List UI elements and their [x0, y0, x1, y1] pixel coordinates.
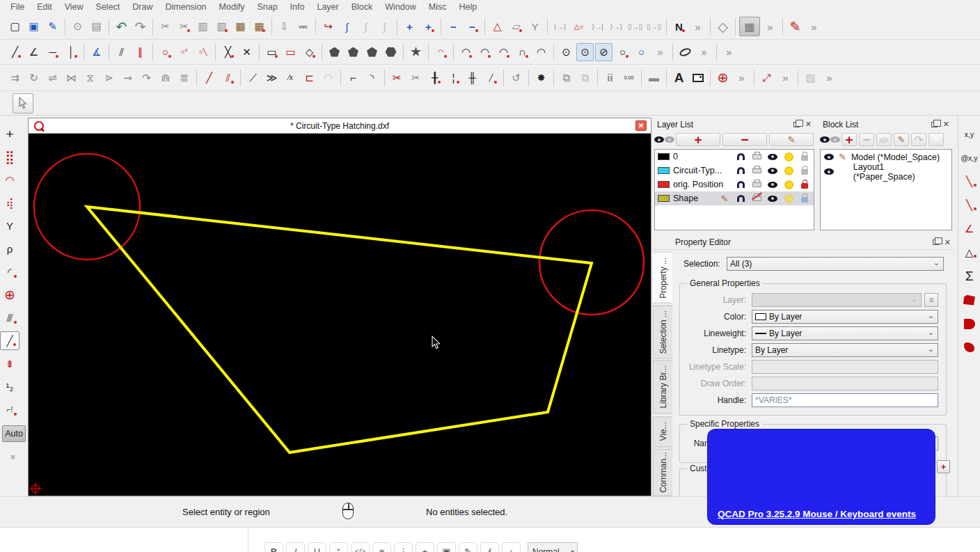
print-icon[interactable]: ▤: [88, 17, 105, 36]
circle-2-points-diameter-icon[interactable]: ⊘: [595, 43, 612, 61]
trim-icon[interactable]: ╱: [200, 69, 218, 87]
remove-block-button[interactable]: −: [859, 133, 874, 146]
mirror-icon[interactable]: ⋈: [63, 69, 80, 87]
reverse-icon[interactable]: ↺: [507, 69, 525, 87]
menu-select[interactable]: Select: [90, 1, 127, 13]
isometric-projection-icon[interactable]: ◇: [714, 17, 732, 36]
redo-icon[interactable]: ↷: [132, 17, 149, 36]
line-angle-icon[interactable]: ∠: [25, 43, 42, 61]
tab-view[interactable]: Vie...: [653, 416, 672, 447]
paragraph-style-select[interactable]: Normal: [528, 542, 578, 552]
arc-tangent-icon[interactable]: ◠: [432, 43, 450, 61]
color-combo[interactable]: By Layer: [752, 310, 938, 324]
layer-frozen-icon[interactable]: [786, 182, 792, 188]
handle-field[interactable]: *VARIES*: [752, 393, 938, 407]
circle-center-point-icon[interactable]: ⊙: [558, 43, 575, 61]
point-icon[interactable]: ⊕: [714, 69, 732, 87]
tab-selection-filter[interactable]: Selection ...: [653, 306, 672, 359]
circle-2-points-icon[interactable]: ⊙: [576, 43, 594, 61]
snap-entity-points-icon[interactable]: ⢾: [0, 194, 19, 212]
line-tangent-point-icon[interactable]: ○: [157, 43, 174, 61]
rename-block-button[interactable]: a|b: [876, 133, 892, 146]
property-editor-close-button[interactable]: ✕: [945, 238, 951, 247]
stretch-icon[interactable]: ≫: [263, 69, 280, 87]
quote-button[interactable]: “: [329, 542, 348, 552]
property-editor-float-button[interactable]: [933, 239, 939, 245]
polygon-side-side-icon[interactable]: [382, 43, 400, 61]
layer-combo[interactable]: [752, 293, 922, 307]
shear-icon[interactable]: ⇝: [119, 69, 136, 87]
menu-edit[interactable]: Edit: [31, 1, 58, 13]
layer-row-1[interactable]: Circuit-Typ...: [655, 164, 814, 178]
line-parallel-point-icon[interactable]: ∥: [132, 43, 149, 61]
qcad-version-link[interactable]: QCAD Pro 3.25.2.9 Mouse / Keyboard event…: [718, 509, 916, 519]
purge-block-button[interactable]: ✕: [928, 133, 944, 146]
break-gap-icon[interactable]: ¦: [445, 69, 462, 87]
solid-fill-a-icon[interactable]: [960, 292, 979, 308]
show-all-blocks-button[interactable]: [820, 136, 830, 143]
spline-edit-icon[interactable]: N: [670, 17, 688, 36]
code-button[interactable]: </>: [351, 542, 370, 552]
tab-library-browser[interactable]: Library Br...: [653, 361, 672, 414]
angle-snap-icon[interactable]: ╲: [960, 197, 979, 214]
line-cross-b-icon[interactable]: ✕: [238, 43, 255, 61]
arc-center-start-end-icon[interactable]: ◠: [476, 43, 493, 61]
rectangle-icon[interactable]: ▭: [263, 43, 280, 61]
italic-button[interactable]: I: [286, 542, 305, 552]
layer-frozen-icon[interactable]: [786, 168, 792, 174]
bold-button[interactable]: B: [264, 542, 283, 552]
polygon-center-corner-icon[interactable]: [326, 43, 343, 61]
linetype-combo[interactable]: By Layer: [752, 343, 938, 357]
morph-arrows-icon[interactable]: ⟩→⟩: [608, 17, 625, 36]
draw-button[interactable]: ✎: [459, 542, 477, 552]
arc-open-icon[interactable]: ◠: [532, 43, 550, 61]
snap-grid-icon[interactable]: ⣿: [0, 148, 19, 166]
add-block-button[interactable]: +: [841, 133, 857, 146]
morph-icon[interactable]: △: [489, 17, 506, 36]
ellipse-icon[interactable]: [677, 43, 694, 61]
tolerance-icon[interactable]: 0.00: [620, 69, 638, 87]
ellipse-more-button[interactable]: »: [695, 43, 713, 61]
shapes-more-button[interactable]: »: [720, 43, 738, 61]
paste-along-entity-icon[interactable]: ▦: [251, 17, 268, 36]
block-row-layout1[interactable]: Layout1 (*Paper_Space): [821, 164, 951, 179]
align-button[interactable]: ≡: [372, 542, 391, 552]
snap-restriction-icon[interactable]: ╱: [0, 331, 19, 350]
layer-visible-icon[interactable]: [768, 154, 777, 160]
polyline-tool-b-icon[interactable]: ʃ: [376, 17, 393, 36]
paste-icon[interactable]: ▦: [232, 17, 249, 36]
menu-draw[interactable]: Draw: [126, 1, 159, 13]
hide-all-blocks-button[interactable]: [830, 136, 840, 143]
morph-box-a-icon[interactable]: ▯→▯: [626, 17, 644, 36]
print-preview-icon[interactable]: ⊙: [69, 17, 86, 36]
layer-snap-icon[interactable]: [737, 167, 745, 174]
sum-icon[interactable]: Σ: [960, 268, 979, 285]
insert-button[interactable]: +: [416, 542, 434, 552]
snap-xy-icon[interactable]: ¹₂: [0, 377, 19, 396]
block-list-close-button[interactable]: ✕: [943, 120, 949, 129]
divide-cut2-icon[interactable]: ✂: [407, 69, 425, 87]
line-vertical-icon[interactable]: │: [63, 43, 80, 61]
rectangle-size-icon[interactable]: ▭: [282, 43, 299, 61]
menu-view[interactable]: View: [58, 1, 90, 13]
snap-coordinate-icon[interactable]: ⌐!: [0, 400, 19, 419]
layer-visible-icon[interactable]: [768, 196, 777, 202]
rectangle-rotated-icon[interactable]: ◇: [301, 43, 318, 61]
undo-icon[interactable]: ↶: [113, 17, 130, 36]
trim-both-icon[interactable]: ⫽: [219, 69, 237, 87]
tab-property[interactable]: Property ...: [653, 252, 672, 303]
polygon-two-corners-icon[interactable]: [345, 43, 362, 61]
snap-tangent-icon[interactable]: ◜: [0, 262, 19, 281]
morph-curve-icon[interactable]: ⟩→⟩: [551, 17, 569, 36]
layer-row-3-selected[interactable]: Shape ✎: [655, 191, 814, 205]
block-visible-icon[interactable]: [824, 154, 834, 160]
line-horizontal-icon[interactable]: ─: [44, 43, 61, 61]
dimension-icon[interactable]: ⤢: [758, 69, 775, 87]
insert-block-button[interactable]: ↷: [911, 133, 926, 146]
save-as-icon[interactable]: ✎: [44, 17, 61, 36]
underline-button[interactable]: U: [308, 542, 326, 552]
menu-block[interactable]: Block: [345, 1, 379, 13]
polyline-relocate-start-icon[interactable]: ʃ: [338, 17, 356, 36]
menu-layer[interactable]: Layer: [310, 1, 345, 13]
selection-combo[interactable]: All (3): [727, 257, 944, 271]
